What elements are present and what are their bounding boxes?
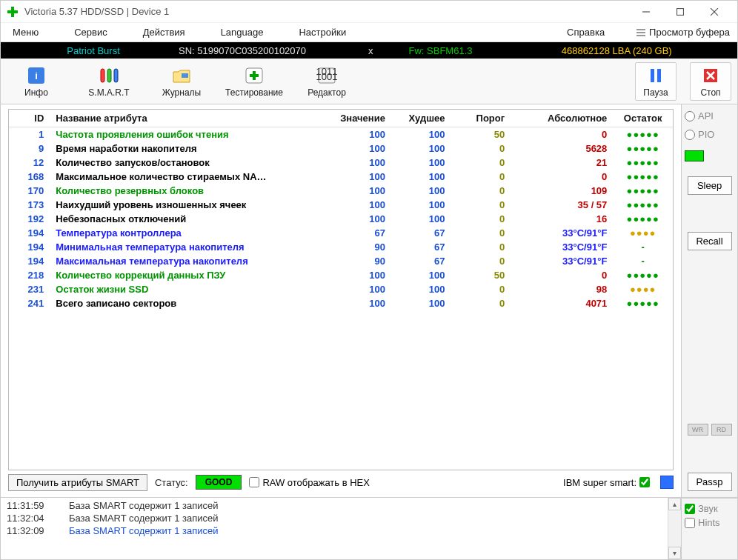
pause-icon (645, 65, 667, 86)
device-model: Patriot Burst (8, 45, 179, 56)
table-header-row: ID Название атрибута Значение Худшее Пор… (9, 110, 673, 127)
table-row[interactable]: 194Минимальная температура накопителя906… (9, 240, 673, 254)
th-abs[interactable]: Абсолютное (511, 110, 613, 127)
table-row[interactable]: 170Количество резервных блоков1001000109… (9, 184, 673, 198)
menu-language[interactable]: Language (216, 25, 268, 39)
log-panel: 11:31:59База SMART содержит 1 записей11:… (1, 497, 737, 559)
table-row[interactable]: 9Время наработки накопителя10010005628●●… (9, 141, 673, 156)
lines-icon (636, 27, 646, 38)
ibm-smart-checkbox[interactable]: IBM super smart: (563, 477, 650, 488)
table-row[interactable]: 192Небезопасных отключений100100016●●●●● (9, 212, 673, 226)
status-label: Статус: (155, 477, 188, 488)
log-body[interactable]: 11:31:59База SMART содержит 1 записей11:… (1, 498, 668, 559)
plus-icon (243, 65, 265, 86)
svg-rect-12 (107, 69, 111, 82)
minimize-button[interactable] (629, 1, 663, 22)
close-button[interactable] (697, 1, 731, 22)
rd-button[interactable]: RD (711, 424, 732, 436)
stop-button[interactable]: Стоп (690, 62, 731, 101)
wr-button[interactable]: WR (688, 424, 708, 436)
th-id[interactable]: ID (9, 110, 50, 127)
svg-rect-13 (114, 69, 118, 82)
svg-rect-1 (7, 10, 18, 13)
device-lba: 468862128 LBA (240 GB) (504, 45, 731, 56)
tab-test[interactable]: Тестирование (225, 63, 284, 100)
window-title: Victoria 5.37 HDD/SSD | Device 1 (24, 6, 629, 17)
menu-actions[interactable]: Действия (139, 25, 190, 39)
scroll-up-icon[interactable]: ▴ (668, 498, 681, 510)
pause-label: Пауза (643, 87, 668, 98)
device-fw: Fw: SBFM61.3 (378, 45, 504, 56)
wr-rd-buttons: WR RD (688, 424, 732, 436)
tab-smart[interactable]: S.M.A.R.T (79, 63, 139, 100)
smart-table-wrap: ID Название атрибута Значение Худшее Пор… (8, 109, 674, 470)
table-row[interactable]: 194Максимальная температура накопителя90… (9, 254, 673, 268)
table-row[interactable]: 194Температура контроллера6767033°C/91°F… (9, 226, 673, 240)
binary-icon: 010110110011 (316, 65, 338, 86)
table-row[interactable]: 173Наихудший уровень изношенных ячеек100… (9, 198, 673, 212)
statusbar: Получить атрибуты SMART Статус: GOOD RAW… (8, 470, 674, 494)
menu-settings[interactable]: Настройки (294, 25, 350, 39)
tubes-icon (98, 65, 120, 86)
tab-test-label: Тестирование (225, 87, 283, 98)
th-val[interactable]: Значение (323, 110, 391, 127)
menu-help[interactable]: Справка (562, 25, 609, 39)
th-worst[interactable]: Худшее (391, 110, 451, 127)
titlebar: Victoria 5.37 HDD/SSD | Device 1 (1, 1, 737, 23)
scroll-down-icon[interactable]: ▾ (668, 547, 681, 559)
table-row[interactable]: 231Остаток жизни SSD100100098●●●● (9, 282, 673, 296)
menu-menu[interactable]: Меню (8, 25, 43, 39)
device-sn: SN: 5199070C035200102070 (179, 45, 364, 56)
th-rest[interactable]: Остаток (613, 110, 673, 127)
smart-table: ID Название атрибута Значение Худшее Пор… (9, 110, 673, 310)
stop-icon (699, 65, 722, 86)
log-scrollbar[interactable]: ▴ ▾ (668, 498, 681, 559)
tab-journals-label: Журналы (162, 87, 201, 98)
svg-rect-22 (657, 69, 661, 82)
get-smart-button[interactable]: Получить атрибуты SMART (8, 474, 147, 491)
pio-radio[interactable]: PIO (685, 129, 734, 140)
log-side-options: Звук Hints (681, 498, 737, 559)
buffer-view-label: Просмотр буфера (649, 27, 730, 38)
svg-rect-3 (677, 8, 684, 15)
info-icon: i (25, 65, 47, 86)
tab-smart-label: S.M.A.R.T (88, 87, 129, 98)
menubar: Меню Сервис Действия Language Настройки … (1, 23, 737, 42)
table-row[interactable]: 241Всего записано секторов10010004071●●●… (9, 296, 673, 310)
app-icon (7, 6, 19, 18)
toolbar: i Инфо S.M.A.R.T Журналы Тестирование 01… (1, 59, 737, 104)
buffer-view[interactable]: Просмотр буфера (636, 27, 730, 38)
folder-icon (170, 65, 193, 86)
device-info-bar: Patriot Burst SN: 5199070C035200102070 x… (1, 42, 737, 59)
sidebar: API PIO Sleep Recall WR RD Passp (681, 104, 737, 497)
pause-button[interactable]: Пауза (635, 62, 676, 101)
sn-close-icon[interactable]: x (364, 45, 378, 56)
tab-editor-label: Редактор (308, 87, 346, 98)
table-row[interactable]: 218Количество коррекций данных ПЗУ100100… (9, 268, 673, 282)
table-row[interactable]: 168Максимальное количество стираемых NA…… (9, 170, 673, 184)
color-swatch-button[interactable] (660, 476, 674, 489)
sleep-button[interactable]: Sleep (688, 176, 732, 195)
maximize-button[interactable] (663, 1, 697, 22)
tab-editor[interactable]: 010110110011 Редактор (297, 63, 356, 100)
table-row[interactable]: 12Количество запусков/остановок100100021… (9, 156, 673, 170)
tab-info-label: Инфо (24, 87, 48, 98)
api-radio[interactable]: API (685, 110, 734, 121)
status-led (685, 150, 704, 161)
hints-checkbox[interactable]: Hints (685, 517, 734, 528)
table-row[interactable]: 1Частота проявления ошибок чтения1001005… (9, 127, 673, 142)
svg-rect-17 (250, 74, 259, 77)
svg-text:i: i (35, 70, 38, 81)
tab-journals[interactable]: Журналы (152, 63, 211, 100)
sound-checkbox[interactable]: Звук (685, 503, 734, 514)
th-name[interactable]: Название атрибута (50, 110, 323, 127)
recall-button[interactable]: Recall (688, 232, 732, 250)
raw-hex-checkbox[interactable]: RAW отображать в HEX (249, 477, 370, 488)
tab-info[interactable]: i Инфо (7, 63, 66, 100)
status-good-badge: GOOD (196, 475, 242, 490)
passp-button[interactable]: Passp (688, 473, 732, 491)
svg-rect-14 (182, 73, 188, 78)
th-thr[interactable]: Порог (451, 110, 511, 127)
menu-service[interactable]: Сервис (70, 25, 112, 39)
log-row: 11:32:09База SMART содержит 1 записей (7, 524, 662, 537)
